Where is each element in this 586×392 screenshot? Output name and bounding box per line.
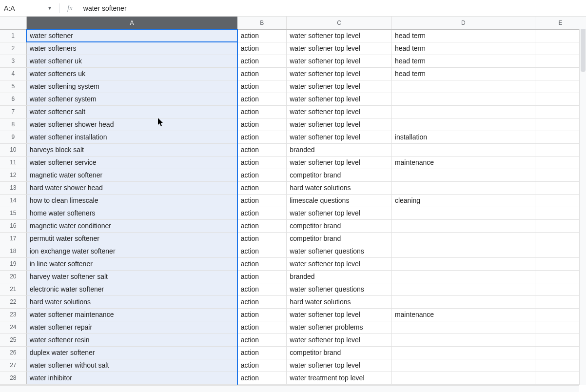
cell[interactable]	[535, 219, 586, 232]
cell[interactable]: water softener without salt	[26, 359, 237, 372]
spreadsheet-grid[interactable]: A B C D E 1water softeneractionwater sof…	[0, 17, 586, 392]
cell[interactable]	[391, 80, 535, 93]
cell[interactable]: harveys block salt	[26, 143, 237, 156]
row-header[interactable]: 27	[0, 359, 26, 372]
row-header[interactable]: 2	[0, 42, 26, 55]
cell[interactable]: action	[237, 169, 287, 181]
cell[interactable]: action	[237, 194, 287, 207]
cell[interactable]: water treatment top level	[287, 372, 392, 384]
cell[interactable]: water softener installation	[26, 131, 237, 143]
cell[interactable]: water softener questions	[287, 245, 392, 257]
vertical-scrollbar[interactable]	[579, 17, 586, 385]
cell[interactable]: magnetic water conditioner	[26, 219, 237, 232]
row-header[interactable]: 28	[0, 372, 26, 384]
cell[interactable]	[391, 245, 535, 257]
cell[interactable]	[391, 295, 535, 308]
cell[interactable]	[535, 308, 586, 321]
cell[interactable]	[535, 346, 586, 359]
column-header-D[interactable]: D	[391, 17, 535, 29]
row-header[interactable]: 21	[0, 283, 26, 295]
cell[interactable]: competitor brand	[287, 232, 392, 245]
row-header[interactable]: 24	[0, 321, 26, 333]
row-header[interactable]: 15	[0, 207, 26, 219]
cell[interactable]	[535, 257, 586, 270]
cell[interactable]: action	[237, 105, 287, 118]
cell[interactable]: action	[237, 93, 287, 105]
cell[interactable]: competitor brand	[287, 346, 392, 359]
cell[interactable]: action	[237, 257, 287, 270]
cell[interactable]: water softener top level	[287, 93, 392, 105]
cell[interactable]: water softeners	[26, 42, 237, 55]
cell[interactable]	[535, 181, 586, 194]
column-header-C[interactable]: C	[287, 17, 392, 29]
cell[interactable]: magnetic water softener	[26, 169, 237, 181]
cell[interactable]: water softener questions	[287, 283, 392, 295]
cell[interactable]: hard water solutions	[287, 181, 392, 194]
cell[interactable]: maintenance	[391, 308, 535, 321]
cell[interactable]: water inhibitor	[26, 372, 237, 384]
cell[interactable]: home water softeners	[26, 207, 237, 219]
cell[interactable]	[535, 359, 586, 372]
cell[interactable]: water softener top level	[287, 105, 392, 118]
cell[interactable]: water softener maintenance	[26, 308, 237, 321]
cell[interactable]: branded	[287, 143, 392, 156]
cell[interactable]	[391, 207, 535, 219]
row-header[interactable]: 1	[0, 29, 26, 42]
cell[interactable]: action	[237, 308, 287, 321]
cell[interactable]	[535, 143, 586, 156]
cell[interactable]: action	[237, 245, 287, 257]
row-header[interactable]: 4	[0, 67, 26, 80]
cell[interactable]: action	[237, 359, 287, 372]
row-header[interactable]: 10	[0, 143, 26, 156]
cell[interactable]	[391, 118, 535, 131]
cell[interactable]: maintenance	[391, 156, 535, 169]
column-header-A[interactable]: A	[26, 17, 237, 29]
cell[interactable]: water softener salt	[26, 105, 237, 118]
cell[interactable]: action	[237, 346, 287, 359]
cell[interactable]	[391, 321, 535, 333]
cell[interactable]: head term	[391, 29, 535, 42]
row-header[interactable]: 9	[0, 131, 26, 143]
row-header[interactable]: 5	[0, 80, 26, 93]
cell[interactable]	[391, 143, 535, 156]
cell[interactable]: head term	[391, 55, 535, 67]
name-box-dropdown-icon[interactable]: ▼	[46, 5, 56, 11]
cell[interactable]: electronic water softener	[26, 283, 237, 295]
cell[interactable]	[391, 257, 535, 270]
cell[interactable]: action	[237, 143, 287, 156]
cell[interactable]: water softener top level	[287, 42, 392, 55]
cell[interactable]: water softener top level	[287, 257, 392, 270]
cell[interactable]	[535, 29, 586, 42]
cell[interactable]	[535, 156, 586, 169]
row-header[interactable]: 8	[0, 118, 26, 131]
formula-bar-input[interactable]: water softener	[78, 4, 586, 12]
cell[interactable]: water softener top level	[287, 29, 392, 42]
cell[interactable]	[535, 93, 586, 105]
row-header[interactable]: 25	[0, 333, 26, 346]
cell[interactable]: water softening system	[26, 80, 237, 93]
row-header[interactable]: 16	[0, 219, 26, 232]
cell[interactable]: water softener repair	[26, 321, 237, 333]
cell[interactable]: competitor brand	[287, 219, 392, 232]
cell[interactable]	[391, 105, 535, 118]
cell[interactable]: water softener top level	[287, 118, 392, 131]
cell[interactable]: action	[237, 321, 287, 333]
cell[interactable]: water softener uk	[26, 55, 237, 67]
cell[interactable]	[535, 131, 586, 143]
cell[interactable]: how to clean limescale	[26, 194, 237, 207]
cell[interactable]: action	[237, 156, 287, 169]
cell[interactable]: action	[237, 55, 287, 67]
cell[interactable]	[391, 359, 535, 372]
cell[interactable]: water softener system	[26, 93, 237, 105]
cell[interactable]: action	[237, 270, 287, 283]
cell[interactable]: water softener service	[26, 156, 237, 169]
row-header[interactable]: 17	[0, 232, 26, 245]
cell[interactable]: cleaning	[391, 194, 535, 207]
cell[interactable]	[391, 181, 535, 194]
cell[interactable]	[535, 321, 586, 333]
cell[interactable]	[391, 93, 535, 105]
cell[interactable]: water softener problems	[287, 321, 392, 333]
cell[interactable]	[535, 55, 586, 67]
row-header[interactable]: 11	[0, 156, 26, 169]
row-header[interactable]: 26	[0, 346, 26, 359]
